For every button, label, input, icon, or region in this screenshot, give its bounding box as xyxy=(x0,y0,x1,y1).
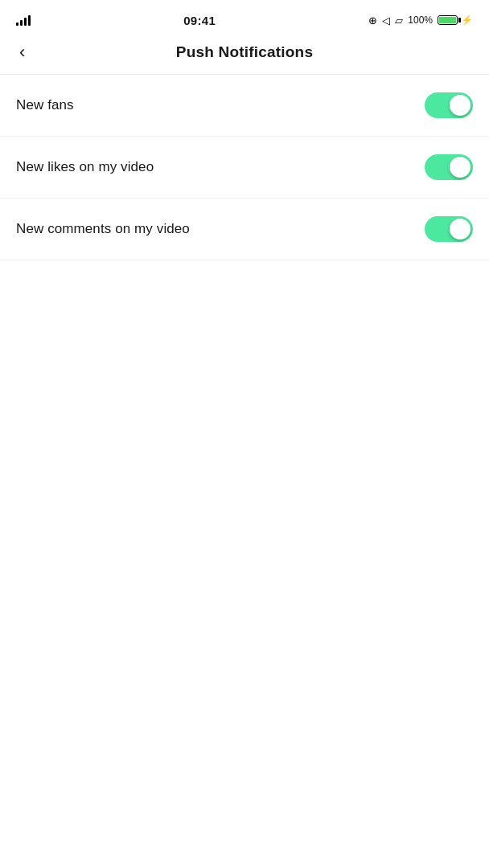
status-time: 09:41 xyxy=(183,14,216,27)
settings-list: New fans New likes on my video New comme… xyxy=(0,75,489,260)
toggle-new-fans[interactable] xyxy=(425,92,473,118)
battery-percentage: 100% xyxy=(408,14,433,26)
back-button[interactable]: ‹ xyxy=(13,40,31,64)
page-title: Push Notifications xyxy=(176,43,313,61)
settings-label-new-comments: New comments on my video xyxy=(16,221,190,237)
toggle-thumb-new-comments xyxy=(450,219,471,240)
toggle-new-comments[interactable] xyxy=(425,216,473,242)
cast-icon: ▱ xyxy=(395,14,403,27)
settings-item-new-likes: New likes on my video xyxy=(0,137,489,199)
toggle-track-new-comments xyxy=(425,216,473,242)
status-left xyxy=(16,14,31,26)
toggle-thumb-new-likes xyxy=(450,157,471,178)
status-right: ⊕ ◁ ▱ 100% ⚡ xyxy=(368,14,473,27)
settings-label-new-likes: New likes on my video xyxy=(16,159,154,175)
toggle-track-new-likes xyxy=(425,154,473,180)
battery-icon: ⚡ xyxy=(438,14,473,26)
toggle-track-new-fans xyxy=(425,92,473,118)
toggle-new-likes[interactable] xyxy=(425,154,473,180)
toggle-thumb-new-fans xyxy=(450,95,471,116)
status-bar: 09:41 ⊕ ◁ ▱ 100% ⚡ xyxy=(0,0,489,35)
lock-icon: ⊕ xyxy=(368,14,377,27)
back-chevron-icon: ‹ xyxy=(19,43,25,61)
nav-header: ‹ Push Notifications xyxy=(0,35,489,75)
location-icon: ◁ xyxy=(382,14,390,27)
signal-icon xyxy=(16,14,31,26)
settings-item-new-comments: New comments on my video xyxy=(0,199,489,260)
settings-label-new-fans: New fans xyxy=(16,97,74,113)
settings-item-new-fans: New fans xyxy=(0,75,489,137)
